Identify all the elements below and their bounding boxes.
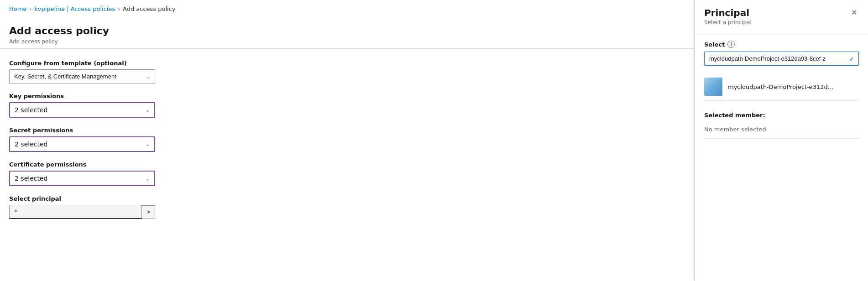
secret-permissions-group: Secret permissions 2 selected ⌄ [9,127,685,152]
key-permissions-group: Key permissions 2 selected ⌄ [9,93,685,118]
required-star: * [14,208,17,215]
certificate-permissions-chevron-icon: ⌄ [146,176,150,182]
page-header: Add access policy Add access policy [0,18,694,49]
main-content: Home › kvpipeline | Access policies › Ad… [0,0,695,281]
page-subtitle: Add access policy [9,38,685,45]
principal-input-field[interactable]: * [9,205,142,219]
avatar-image [704,78,722,96]
principal-arrow-button[interactable]: > [142,205,155,219]
secret-permissions-label: Secret permissions [9,127,685,134]
page-title: Add access policy [9,25,685,36]
side-panel: Principal Select a principal ✕ Select i … [695,0,868,281]
form-content: Configure from template (optional) Key, … [0,49,694,239]
search-input-wrapper: ✓ [704,52,859,66]
selected-member-section: Selected member: No member selected [704,112,859,139]
close-button[interactable]: ✕ [849,7,859,18]
secret-permissions-chevron-icon: ⌄ [146,141,150,147]
breadcrumb-policies[interactable]: kvpipeline | Access policies [34,5,115,12]
certificate-permissions-dropdown[interactable]: 2 selected ⌄ [9,171,155,186]
search-input[interactable] [704,52,859,66]
secret-permissions-dropdown[interactable]: 2 selected ⌄ [9,136,155,152]
check-icon: ✓ [849,55,854,62]
principal-result-name: mycloudpath-DemoProject-e312d... [728,83,833,90]
side-panel-title: Principal [704,7,752,18]
side-panel-subtitle: Select a principal [704,19,752,26]
avatar [704,78,722,96]
breadcrumb-current: Add access policy [123,5,176,12]
key-permissions-value: 2 selected [15,106,47,114]
certificate-permissions-label: Certificate permissions [9,161,685,168]
no-member-text: No member selected [704,122,859,139]
selected-member-label: Selected member: [704,112,859,119]
side-panel-header: Principal Select a principal ✕ [695,0,868,33]
template-select[interactable]: Key, Secret, & Certificate Management [9,69,155,83]
secret-permissions-value: 2 selected [15,140,47,148]
key-permissions-label: Key permissions [9,93,685,99]
template-label: Configure from template (optional) [9,60,685,67]
key-permissions-chevron-icon: ⌄ [146,107,150,113]
side-panel-title-group: Principal Select a principal [704,7,752,26]
principal-arrow-icon: > [146,208,150,215]
template-group: Configure from template (optional) Key, … [9,60,685,83]
principal-result-item[interactable]: mycloudpath-DemoProject-e312d... [704,73,859,101]
breadcrumb: Home › kvpipeline | Access policies › Ad… [0,0,694,18]
principal-group: Select principal * > [9,195,685,219]
info-icon[interactable]: i [727,41,735,48]
certificate-permissions-group: Certificate permissions 2 selected ⌄ [9,161,685,186]
template-select-wrapper: Key, Secret, & Certificate Management ⌄ [9,69,155,83]
key-permissions-dropdown[interactable]: 2 selected ⌄ [9,102,155,118]
side-panel-body: Select i ✓ mycloudpath-DemoProject-e312d… [695,33,868,281]
certificate-permissions-value: 2 selected [15,175,47,182]
breadcrumb-home[interactable]: Home [9,5,26,12]
select-label-row: Select i [704,41,859,48]
principal-label: Select principal [9,195,685,202]
breadcrumb-sep-1: › [29,6,31,12]
principal-select-row: * > [9,205,155,219]
select-label: Select [704,41,725,48]
breadcrumb-sep-2: › [118,6,120,12]
